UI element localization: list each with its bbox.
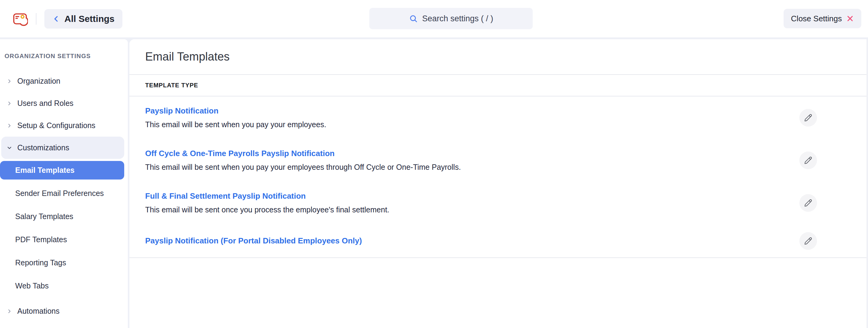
sidebar-item-label: Setup & Configurations (17, 121, 95, 130)
sidebar-subitem-label: Web Tabs (15, 281, 49, 290)
template-link-off-cycle-payslip-notification[interactable]: Off Cycle & One-Time Payrolls Payslip No… (145, 148, 461, 159)
template-description: This email will be sent when you pay you… (145, 119, 326, 130)
close-settings-label: Close Settings (791, 14, 842, 23)
sidebar-section-label: ORGANIZATION SETTINGS (5, 53, 128, 60)
table-header-row: TEMPLATE TYPE (129, 75, 868, 96)
sidebar-item-label: Organization (17, 77, 60, 85)
template-link-payslip-notification[interactable]: Payslip Notification (145, 106, 326, 116)
all-settings-label: All Settings (64, 14, 115, 24)
template-row: Full & Final Settlement Payslip Notifica… (129, 182, 868, 224)
pencil-edit-icon (804, 199, 812, 207)
sidebar-subitem-label: Sender Email Preferences (15, 189, 104, 198)
chevron-right-icon (6, 78, 13, 84)
sidebar-item-setup-configurations[interactable]: Setup & Configurations (0, 114, 128, 137)
edit-template-button[interactable] (799, 109, 817, 127)
template-description: This email will be sent when you pay you… (145, 162, 461, 172)
chevron-left-icon (52, 15, 60, 23)
topbar-divider (36, 13, 36, 25)
content-area: ORGANIZATION SETTINGS Organization Users… (0, 39, 868, 328)
template-row: Payslip Notification This email will be … (129, 97, 868, 139)
sidebar-item-organization[interactable]: Organization (0, 70, 128, 92)
edit-template-button[interactable] (799, 152, 817, 169)
sidebar-nav: Organization Users and Roles Setup & Con… (0, 70, 128, 322)
sidebar-subitem-salary-templates[interactable]: Salary Templates (0, 207, 124, 226)
edit-template-button[interactable] (799, 232, 817, 250)
all-settings-back-button[interactable]: All Settings (44, 9, 122, 29)
divider (129, 257, 868, 258)
chevron-right-icon (6, 122, 13, 129)
sidebar-subitem-sender-email-preferences[interactable]: Sender Email Preferences (0, 184, 124, 203)
app-logo-icon[interactable] (12, 11, 28, 27)
sidebar-subitem-reporting-tags[interactable]: Reporting Tags (0, 253, 124, 272)
template-link-full-final-settlement-payslip-notification[interactable]: Full & Final Settlement Payslip Notifica… (145, 191, 390, 201)
main-header: Email Templates (129, 39, 868, 74)
sidebar-subitem-label: Reporting Tags (15, 258, 66, 267)
sidebar-subitem-web-tabs[interactable]: Web Tabs (0, 277, 124, 295)
template-description: This email will be sent once you process… (145, 204, 390, 215)
page-title: Email Templates (145, 50, 229, 63)
sidebar-item-label: Users and Roles (17, 99, 73, 108)
chevron-right-icon (6, 308, 13, 314)
pencil-edit-icon (804, 237, 812, 245)
search-placeholder: Search settings ( / ) (422, 14, 493, 23)
chevron-down-icon (6, 145, 13, 151)
template-row: Payslip Notification (For Portal Disable… (129, 224, 868, 257)
sidebar-subitem-email-templates[interactable]: Email Templates (0, 161, 124, 180)
search-icon (409, 14, 418, 23)
sidebar-item-label: Automations (17, 307, 60, 316)
template-row: Off Cycle & One-Time Payrolls Payslip No… (129, 139, 868, 182)
sidebar-subitem-label: PDF Templates (15, 235, 67, 244)
scrollbar-track[interactable] (866, 39, 868, 328)
sidebar-subitem-pdf-templates[interactable]: PDF Templates (0, 230, 124, 249)
pencil-edit-icon (804, 156, 812, 165)
template-type-column-header: TEMPLATE TYPE (145, 82, 198, 89)
pencil-edit-icon (804, 113, 812, 122)
sidebar-subitem-label: Email Templates (15, 166, 74, 175)
sidebar-item-customizations[interactable]: Customizations (1, 137, 124, 159)
settings-sidebar: ORGANIZATION SETTINGS Organization Users… (0, 39, 128, 328)
top-bar: All Settings Search settings ( / ) Close… (0, 0, 868, 37)
sidebar-item-automations[interactable]: Automations (0, 300, 128, 322)
sidebar-item-users-and-roles[interactable]: Users and Roles (0, 92, 128, 114)
search-settings-input[interactable]: Search settings ( / ) (369, 8, 533, 29)
close-settings-button[interactable]: Close Settings (783, 9, 861, 28)
edit-template-button[interactable] (799, 194, 817, 212)
sidebar-subitem-label: Salary Templates (15, 212, 73, 221)
close-x-icon (846, 15, 854, 23)
chevron-right-icon (6, 101, 13, 107)
sidebar-item-label: Customizations (17, 143, 69, 152)
template-link-payslip-notification-portal-disabled[interactable]: Payslip Notification (For Portal Disable… (145, 236, 362, 246)
email-templates-panel: Email Templates TEMPLATE TYPE Payslip No… (129, 39, 868, 328)
